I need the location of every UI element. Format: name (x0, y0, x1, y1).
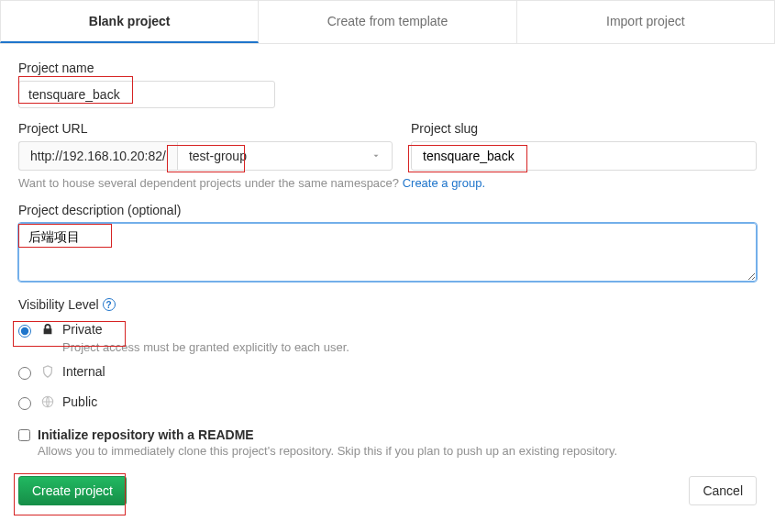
tab-create-from-template[interactable]: Create from template (259, 0, 516, 43)
create-project-button[interactable]: Create project (18, 476, 127, 505)
namespace-select[interactable]: test-group (177, 141, 393, 171)
readme-checkbox-group[interactable]: Initialize repository with a README (18, 427, 757, 442)
readme-desc: Allows you to immediately clone this pro… (38, 444, 757, 458)
project-description-group: Project description (optional) (18, 203, 757, 284)
project-url-group: Project URL http://192.168.10.20:82/ tes… (18, 121, 393, 171)
project-name-input[interactable] (18, 81, 275, 108)
project-description-input[interactable] (18, 223, 757, 282)
visibility-group: Visibility Level ? Private Project acces… (18, 297, 757, 415)
readme-label: Initialize repository with a README (38, 427, 254, 442)
visibility-private-label: Private (62, 322, 103, 337)
visibility-internal-option[interactable]: Internal (18, 360, 757, 384)
project-name-label: Project name (18, 61, 757, 75)
lock-icon (40, 322, 55, 337)
visibility-private-desc: Project access must be granted explicitl… (62, 340, 757, 354)
visibility-internal-radio[interactable] (18, 367, 31, 380)
visibility-private-option[interactable]: Private (18, 317, 757, 342)
visibility-private-radio[interactable] (18, 325, 31, 338)
globe-icon (40, 394, 55, 409)
namespace-selected: test-group (189, 149, 247, 163)
readme-checkbox[interactable] (18, 429, 30, 441)
visibility-public-label: Public (62, 394, 97, 409)
project-form: Project name Project URL http://192.168.… (0, 44, 775, 522)
visibility-label: Visibility Level (18, 297, 99, 312)
project-slug-group: Project slug (411, 121, 757, 171)
tabs: Blank project Create from template Impor… (0, 0, 775, 44)
tab-import-project[interactable]: Import project (517, 0, 775, 43)
project-slug-input[interactable] (411, 141, 757, 171)
create-group-link[interactable]: Create a group. (403, 176, 485, 190)
visibility-public-radio[interactable] (18, 397, 31, 410)
tab-blank-project[interactable]: Blank project (0, 0, 259, 43)
chevron-down-icon (371, 149, 381, 163)
project-url-label: Project URL (18, 121, 393, 136)
namespace-hint: Want to house several dependent projects… (18, 176, 757, 190)
visibility-public-option[interactable]: Public (18, 390, 757, 415)
url-slug-row: Project URL http://192.168.10.20:82/ tes… (18, 121, 757, 171)
shield-icon (40, 364, 55, 379)
project-name-group: Project name (18, 61, 757, 108)
cancel-button[interactable]: Cancel (689, 476, 757, 505)
project-slug-label: Project slug (411, 121, 757, 136)
visibility-internal-label: Internal (62, 364, 105, 379)
help-icon[interactable]: ? (103, 298, 116, 311)
project-description-label: Project description (optional) (18, 203, 757, 217)
project-url-prefix: http://192.168.10.20:82/ (18, 141, 177, 171)
form-actions: Create project Cancel (18, 476, 757, 505)
